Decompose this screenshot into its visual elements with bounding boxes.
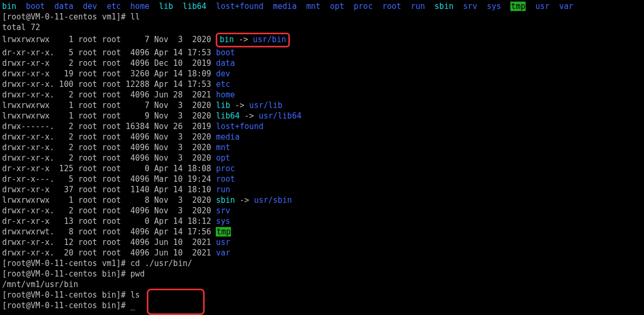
file-name: bin bbox=[219, 35, 234, 44]
dir-entry: sys bbox=[487, 2, 501, 11]
symlink-target: usr/lib64 bbox=[259, 111, 301, 121]
file-name: sbin bbox=[216, 195, 235, 205]
file-name: lib64 bbox=[216, 111, 239, 121]
dir-entry: lib64 bbox=[183, 2, 206, 11]
ls-top-row: bin boot data dev etc home lib lib64 los… bbox=[2, 1, 642, 12]
file-name: boot bbox=[216, 48, 235, 57]
file-name: sys bbox=[216, 216, 230, 226]
dir-entry: root bbox=[383, 2, 401, 11]
listing-row: lrwxrwxrwx 1 root root 7 Nov 3 2020 bin … bbox=[2, 33, 642, 47]
dir-entry: lib bbox=[159, 2, 173, 11]
dir-entry: lost+found bbox=[216, 2, 263, 11]
symlink-target: usr/bin bbox=[253, 35, 286, 44]
command-text: ls bbox=[130, 290, 140, 300]
listing-row: lrwxrwxrwx 1 root root 9 Nov 3 2020 lib6… bbox=[2, 111, 642, 121]
file-name: var bbox=[216, 248, 230, 258]
file-name: data bbox=[216, 58, 235, 68]
shell-prompt: [root@VM-0-11-centos vm1]# bbox=[2, 259, 130, 268]
dir-entry: data bbox=[54, 2, 73, 11]
dir-entry: proc bbox=[354, 2, 373, 11]
dir-entry: media bbox=[273, 2, 297, 11]
dir-entry: run bbox=[411, 2, 425, 11]
command-text: cd ./usr/bin/ bbox=[130, 259, 192, 268]
listing-row: drwxr-xr-x 37 root root 1140 Apr 14 18:1… bbox=[2, 184, 642, 195]
file-name: run bbox=[216, 185, 230, 194]
file-name: lib bbox=[216, 101, 230, 110]
dir-entry: opt bbox=[330, 2, 344, 11]
highlight-box bbox=[147, 289, 205, 315]
file-name: opt bbox=[216, 153, 230, 163]
symlink-target: usr/lib bbox=[249, 101, 283, 110]
listing-row: drwxrwxrwt. 8 root root 4096 Apr 14 17:5… bbox=[2, 227, 642, 237]
dir-entry: srv bbox=[463, 2, 477, 11]
dir-entry: boot bbox=[26, 2, 45, 11]
file-name: mnt bbox=[216, 143, 230, 152]
listing-row: drwxr-xr-x 19 root root 3260 Apr 14 18:0… bbox=[2, 68, 642, 79]
command-text: pwd bbox=[130, 269, 145, 279]
symlink-target: usr/sbin bbox=[254, 195, 292, 205]
dir-entry: etc bbox=[107, 2, 121, 11]
listing-row: drwx------. 2 root root 16384 Nov 26 201… bbox=[2, 121, 642, 132]
file-name: root bbox=[216, 174, 235, 184]
file-name: etc bbox=[216, 80, 230, 89]
file-name: home bbox=[216, 90, 235, 100]
listing-row: drwxr-xr-x. 2 root root 4096 Nov 3 2020 … bbox=[2, 142, 642, 153]
file-name: tmp bbox=[216, 227, 231, 237]
dir-entry: bin bbox=[2, 2, 16, 11]
highlight-box: bin -> usr/bin bbox=[216, 33, 289, 47]
dir-entry: mnt bbox=[306, 2, 320, 11]
listing-row: lrwxrwxrwx 1 root root 7 Nov 3 2020 lib … bbox=[2, 100, 642, 111]
listing-row: drwxr-xr-x. 100 root root 12288 Apr 14 1… bbox=[2, 79, 642, 90]
file-name: dev bbox=[216, 69, 230, 78]
listing-row: drwxr-xr-x. 12 root root 4096 Jun 10 202… bbox=[2, 237, 642, 248]
command-text: ll bbox=[130, 12, 140, 22]
file-name: srv bbox=[216, 206, 230, 215]
dir-entry: dev bbox=[83, 2, 97, 11]
file-name: media bbox=[216, 132, 239, 142]
listing-row: drwxr-xr-x. 2 root root 4096 Jun 28 2021… bbox=[2, 90, 642, 100]
listing-row: dr-xr-x---. 5 root root 4096 Mar 10 19:2… bbox=[2, 174, 642, 184]
file-name: proc bbox=[216, 164, 235, 173]
listing-row: drwxr-xr-x 2 root root 4096 Dec 10 2019 … bbox=[2, 58, 642, 68]
file-name: usr bbox=[216, 238, 230, 247]
dir-entry: sbin bbox=[435, 2, 454, 11]
listing-row: drwxr-xr-x. 2 root root 4096 Nov 3 2020 … bbox=[2, 153, 642, 163]
listing-row: dr-xr-xr-x 13 root root 0 Apr 14 18:12 s… bbox=[2, 216, 642, 227]
terminal[interactable]: bin boot data dev etc home lib lib64 los… bbox=[0, 0, 644, 312]
listing-row: drwxr-xr-x. 2 root root 4096 Nov 3 2020 … bbox=[2, 132, 642, 142]
cursor: _ bbox=[130, 301, 135, 310]
pwd-output: /mnt/vm1/usr/bin bbox=[2, 279, 642, 290]
listing-row: lrwxrwxrwx 1 root root 8 Nov 3 2020 sbin… bbox=[2, 195, 642, 205]
listing-row: dr-xr-xr-x. 5 root root 4096 Apr 14 17:5… bbox=[2, 47, 642, 58]
total-line: total 72 bbox=[2, 22, 642, 33]
listing-row: dr-xr-xr-x 125 root root 0 Apr 14 18:08 … bbox=[2, 163, 642, 174]
dir-entry: var bbox=[559, 2, 573, 11]
dir-entry: tmp bbox=[510, 2, 526, 11]
listing-row: drwxr-xr-x. 20 root root 4096 Jun 10 202… bbox=[2, 248, 642, 258]
dir-entry: usr bbox=[536, 2, 550, 11]
shell-prompt: [root@VM-0-11-centos bin]# bbox=[2, 269, 130, 279]
shell-prompt: [root@VM-0-11-centos vm1]# bbox=[2, 12, 130, 22]
shell-prompt: [root@VM-0-11-centos bin]# bbox=[2, 290, 130, 300]
listing-row: drwxr-xr-x. 2 root root 4096 Nov 3 2020 … bbox=[2, 205, 642, 216]
shell-prompt: [root@VM-0-11-centos bin]# bbox=[2, 301, 130, 310]
dir-entry: home bbox=[130, 2, 149, 11]
file-name: lost+found bbox=[216, 122, 263, 131]
